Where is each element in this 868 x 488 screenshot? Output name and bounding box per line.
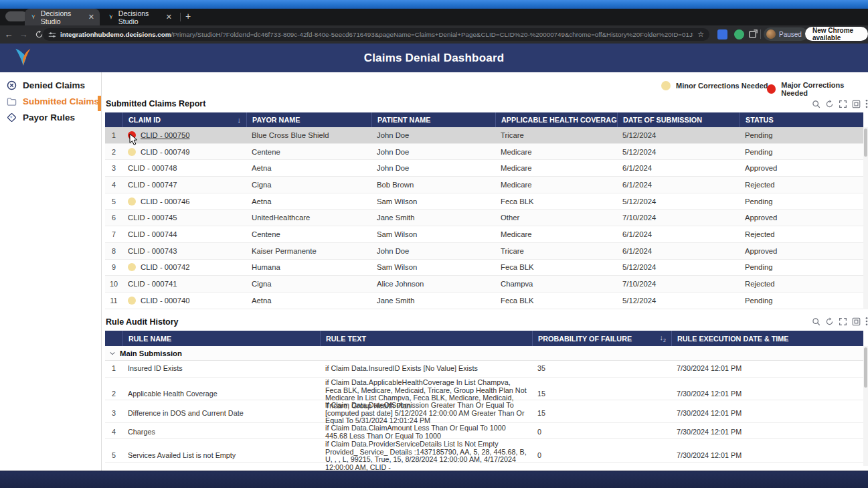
table-row[interactable]: 4 Charges if Claim Data.ClaimAmount Less… xyxy=(105,423,863,439)
claim-id-link[interactable]: CLID - 000747 xyxy=(128,181,177,189)
status-cell: Pending xyxy=(740,148,863,156)
table-row[interactable]: 6 CLID - 000745 UnitedHealthcare Jane Sm… xyxy=(105,210,863,226)
table-row[interactable]: 3 CLID - 000748 Aetna John Doe Medicare … xyxy=(105,160,863,177)
forward-icon[interactable]: → xyxy=(16,29,31,39)
tab-title: Decisions Studio xyxy=(118,9,158,25)
kebab-menu-icon[interactable] xyxy=(865,99,868,108)
legend-major: Major Corrections Needed xyxy=(767,81,868,97)
claim-id-link[interactable]: CLID - 000749 xyxy=(141,148,189,156)
patient-cell: Jane Smith xyxy=(371,214,495,222)
header-coverage[interactable]: APPLICABLE HEALTH COVERAGE xyxy=(495,112,617,127)
date-cell: 5/12/2024 xyxy=(617,297,740,305)
date-cell: 7/10/2024 xyxy=(617,280,740,288)
header-rule-text[interactable]: RULE TEXT xyxy=(320,331,532,346)
search-icon[interactable] xyxy=(812,317,820,326)
duplicate-icon[interactable] xyxy=(852,317,861,326)
sidebar-item-label: Denied Claims xyxy=(23,80,85,90)
rules-table-body: Main Submission 1 Insured ID Exists if C… xyxy=(105,346,863,463)
table-row[interactable]: 5 CLID - 000746 Aetna Sam Wilson Feca BL… xyxy=(105,193,863,210)
extension-icon-blue[interactable] xyxy=(717,29,727,39)
decisions-favicon xyxy=(30,13,37,21)
site-settings-icon[interactable] xyxy=(48,31,56,39)
table-row[interactable]: 7 CLID - 000744 Centene Sam Wilson Medic… xyxy=(105,226,863,243)
table-row[interactable]: 2 Applicable Health Coverage if Claim Da… xyxy=(105,378,863,400)
header-status[interactable]: STATUS xyxy=(740,112,863,127)
status-cell: Pending xyxy=(740,263,863,271)
claims-report-title: Submitted Claims Report xyxy=(106,99,205,108)
rules-scrollbar[interactable] xyxy=(863,346,868,466)
browser-tab-1[interactable]: Decisions Studio ✕ xyxy=(25,9,100,25)
claims-scrollbar[interactable] xyxy=(863,127,868,309)
status-cell: Approved xyxy=(740,214,863,222)
browser-tab-2[interactable]: Decisions Studio ✕ xyxy=(102,9,177,25)
table-row[interactable]: 1 Insured ID Exists if Claim Data.Insure… xyxy=(105,361,863,378)
refresh-icon[interactable] xyxy=(825,317,834,326)
status-cell: Rejected xyxy=(740,280,863,288)
claims-table-body: 1 CLID - 000750 Blue Cross Blue Shield J… xyxy=(105,127,863,309)
header-probability[interactable]: PROBABILITY OF FAILURE↓2 xyxy=(532,331,671,346)
url-text[interactable]: integrationhubdemo.decisions.com/Primary… xyxy=(60,31,693,38)
claim-id-link[interactable]: CLID - 000740 xyxy=(141,297,189,305)
header-date[interactable]: DATE OF SUBMISSION xyxy=(617,112,740,127)
table-row[interactable]: 3 Difference in DOS and Current Date if … xyxy=(105,400,863,423)
table-row[interactable]: 10 CLID - 000741 Cigna Alice Johnson Cha… xyxy=(105,276,863,293)
status-cell: Pending xyxy=(740,131,863,139)
refresh-icon[interactable] xyxy=(825,100,834,108)
header-execution-date[interactable]: RULE EXECUTION DATE & TIME xyxy=(671,331,863,346)
extensions-icon[interactable] xyxy=(748,29,758,39)
claim-id-link[interactable]: CLID - 000750 xyxy=(141,131,189,139)
patient-cell: Sam Wilson xyxy=(371,263,495,271)
expand-icon[interactable] xyxy=(839,317,847,326)
claims-scrollbar-thumb[interactable] xyxy=(864,129,867,157)
header-patient-name[interactable]: PATIENT NAME xyxy=(371,112,495,127)
back-icon[interactable]: ← xyxy=(1,29,16,39)
claim-id-link[interactable]: CLID - 000742 xyxy=(141,263,189,271)
bookmark-star-icon[interactable]: ☆ xyxy=(697,30,704,39)
row-number: 11 xyxy=(105,297,122,305)
profile-paused-badge[interactable]: Paused xyxy=(764,27,808,41)
claim-id-cell: CLID - 000743 xyxy=(122,247,246,255)
search-icon[interactable] xyxy=(812,100,820,108)
claim-id-link[interactable]: CLID - 000745 xyxy=(128,214,177,222)
table-row[interactable]: 2 CLID - 000749 Centene John Doe Medicar… xyxy=(105,144,863,161)
claim-id-link[interactable]: CLID - 000748 xyxy=(128,164,177,172)
tab-close-icon[interactable]: ✕ xyxy=(88,13,94,21)
claim-id-cell: CLID - 000748 xyxy=(122,164,246,172)
kebab-menu-icon[interactable] xyxy=(865,317,868,326)
legend-minor: Minor Corrections Needed xyxy=(661,81,768,90)
group-row-main-submission[interactable]: Main Submission xyxy=(105,346,863,361)
table-row[interactable]: 1 CLID - 000750 Blue Cross Blue Shield J… xyxy=(105,127,863,144)
rule-text-cell: if Claim Data.ClaimAmount Less Than Or E… xyxy=(320,423,532,441)
extension-icon-green[interactable] xyxy=(734,29,744,39)
tab-title: Decisions Studio xyxy=(41,9,80,25)
app-footer xyxy=(0,471,868,488)
duplicate-icon[interactable] xyxy=(852,100,861,108)
table-row[interactable]: 5 Services Availed List is not Empty if … xyxy=(105,439,863,463)
header-payor-name[interactable]: PAYOR NAME xyxy=(246,112,371,127)
row-number: 4 xyxy=(105,181,122,189)
chevron-down-icon[interactable] xyxy=(109,350,116,357)
date-cell: 5/12/2024 xyxy=(617,148,740,156)
claim-id-link[interactable]: CLID - 000744 xyxy=(128,230,177,238)
claim-id-link[interactable]: CLID - 000741 xyxy=(128,280,177,288)
tab-close-icon[interactable]: ✕ xyxy=(166,13,172,21)
sidebar-item-denied-claims[interactable]: Denied Claims xyxy=(7,80,85,90)
patient-cell: Jane Smith xyxy=(371,297,495,305)
table-row[interactable]: 4 CLID - 000747 Cigna Bob Brown Medicare… xyxy=(105,177,863,193)
url-bar[interactable]: integrationhubdemo.decisions.com/Primary… xyxy=(43,28,709,41)
claim-id-link[interactable]: CLID - 000746 xyxy=(141,197,189,206)
sidebar-item-submitted-claims[interactable]: Submitted Claims xyxy=(7,96,99,106)
header-rule-name[interactable]: RULE NAME xyxy=(122,331,320,346)
table-row[interactable]: 11 CLID - 000740 Aetna Jane Smith Feca B… xyxy=(105,293,863,309)
expand-icon[interactable] xyxy=(839,100,847,108)
claim-id-link[interactable]: CLID - 000743 xyxy=(128,247,177,255)
execution-date-cell: 7/30/2024 12:01 PM xyxy=(671,427,863,438)
rules-scrollbar-thumb[interactable] xyxy=(864,347,867,388)
chrome-update-button[interactable]: New Chrome available xyxy=(805,27,868,41)
table-row[interactable]: 8 CLID - 000743 Kaiser Permanente John D… xyxy=(105,243,863,260)
header-claim-id[interactable]: CLAIM ID↓ xyxy=(122,112,246,127)
sidebar-item-payor-rules[interactable]: Payor Rules xyxy=(7,112,75,123)
new-tab-button[interactable]: + xyxy=(185,11,191,21)
table-row[interactable]: 9 CLID - 000742 Humana Sam Wilson Feca B… xyxy=(105,260,863,276)
claim-id-cell: CLID - 000740 xyxy=(122,297,246,305)
